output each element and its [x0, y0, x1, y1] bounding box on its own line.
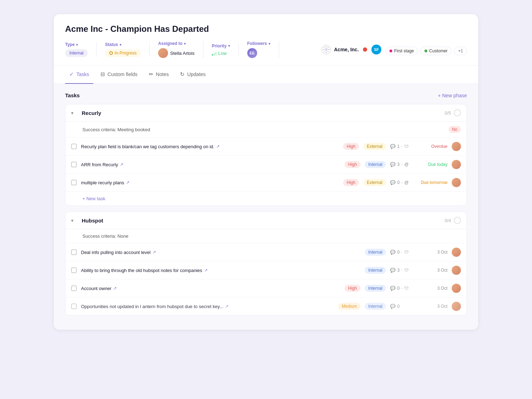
shield-icon-h2: 🛡	[404, 268, 409, 273]
task-due-h3: 3 Oct	[416, 286, 447, 291]
task-priority-badge-1: High	[343, 143, 359, 150]
task-avatar-h3	[452, 284, 461, 293]
shield-icon-h3: 🛡	[404, 286, 409, 291]
task-link-icon-1[interactable]: ↗	[216, 144, 220, 149]
task-meta-1: 💬 1 · 🛡	[390, 144, 411, 149]
priority-value: Low	[212, 51, 230, 56]
task-meta-h2: 💬 3 · 🛡	[390, 268, 411, 273]
type-value: Internal	[65, 49, 88, 57]
task-type-badge-h4: Internal	[365, 303, 386, 310]
comment-icon-h1: 💬	[390, 250, 395, 255]
tab-custom-fields[interactable]: ⊟ Custom fields	[96, 65, 142, 84]
hubspot-chevron-icon[interactable]: ▾	[71, 218, 78, 223]
task-checkbox-2[interactable]	[71, 162, 77, 167]
task-checkbox-3[interactable]	[71, 180, 77, 185]
hubspot-criteria-row: Success criteria: None	[65, 229, 467, 243]
task-name-h1: Deal info pulling into account level ↗	[81, 250, 340, 255]
phase-group-recurly: ▾ Recurly 0/5 Success criteria: Meeting …	[65, 104, 467, 206]
tasks-header: Tasks + New phase	[65, 92, 467, 98]
salesforce-icon: SF	[371, 45, 381, 54]
task-type-badge-2: Internal	[365, 161, 386, 168]
updates-tab-icon: ↻	[180, 71, 185, 77]
table-row: Account owner ↗ High Internal 💬 0 · 🛡 3 …	[65, 279, 467, 297]
more-badges-button[interactable]: +1	[454, 47, 467, 55]
new-task-button-recurly[interactable]: + New task	[65, 192, 467, 206]
comment-icon-h4: 💬	[390, 304, 395, 309]
tasks-tab-icon: ✓	[69, 71, 74, 77]
task-meta-h1: 💬 0 · 🛡	[390, 250, 411, 255]
customer-badge[interactable]: Customer	[421, 47, 451, 55]
priority-bars-icon	[212, 51, 216, 56]
svg-line-6	[328, 51, 329, 52]
table-row: multiple recurly plans ↗ High External 💬…	[65, 174, 467, 192]
status-value: In-Progress	[105, 49, 141, 57]
task-avatar-h2	[452, 266, 461, 275]
task-type-badge-3: External	[363, 179, 386, 186]
task-link-icon-h2[interactable]: ↗	[204, 268, 208, 273]
comment-icon-h3: 💬	[390, 286, 395, 291]
task-link-icon-h1[interactable]: ↗	[152, 250, 156, 255]
task-type-badge-h2: Internal	[365, 267, 386, 274]
task-meta-3: 💬 0 · @	[390, 180, 411, 185]
priority-meta: Priority ▾ Low	[212, 44, 239, 56]
task-name-h2: Ability to bring through the old hubspot…	[81, 268, 340, 273]
recurly-criteria-row: Success criteria: Meeting booked No	[65, 122, 467, 138]
status-label[interactable]: Status ▾	[105, 42, 141, 47]
header: Acme Inc - Champion Has Departed Type ▾ …	[54, 14, 478, 65]
svg-point-9	[325, 48, 328, 51]
comment-icon-2: 💬	[390, 162, 395, 167]
svg-line-7	[328, 47, 329, 48]
task-name-1: Recurly plan field is blank/can we tag c…	[81, 144, 339, 149]
task-priority-badge-2: High	[345, 161, 360, 168]
task-due-1: Overdue	[416, 144, 447, 149]
task-link-icon-h3[interactable]: ↗	[113, 286, 117, 291]
shield-icon-h1: 🛡	[404, 250, 409, 255]
task-name-2: ARR from Recurly ↗	[81, 162, 340, 167]
table-row: ARR from Recurly ↗ High Internal 💬 3 · @…	[65, 156, 467, 174]
task-checkbox-h3[interactable]	[71, 285, 77, 291]
task-name-3: multiple recurly plans ↗	[81, 180, 339, 185]
priority-display: Low	[212, 51, 227, 56]
hubspot-phase-name: Hubspot	[82, 218, 441, 224]
status-badge[interactable]: In-Progress	[105, 49, 141, 57]
type-badge[interactable]: Internal	[65, 49, 88, 57]
stage-badges: First stage Customer +1	[386, 47, 467, 55]
task-type-badge-1: External	[363, 143, 386, 150]
task-due-h4: 3 Oct	[416, 304, 447, 309]
task-due-3: Due tomorrow	[416, 180, 447, 185]
new-phase-button[interactable]: + New phase	[438, 93, 467, 98]
recurly-phase-name: Recurly	[82, 110, 441, 116]
task-type-badge-h3: Internal	[365, 285, 386, 292]
assigned-to-label[interactable]: Assigned to ▾	[158, 41, 195, 46]
task-priority-badge-3: High	[343, 179, 359, 186]
tab-tasks[interactable]: ✓ Tasks	[65, 65, 93, 84]
page-title: Acme Inc - Champion Has Departed	[65, 24, 467, 34]
task-checkbox-h1[interactable]	[71, 249, 77, 255]
type-meta: Type ▾ Internal	[65, 42, 97, 57]
tab-updates[interactable]: ↻ Updates	[176, 65, 210, 84]
task-link-icon-h4[interactable]: ↗	[225, 304, 229, 309]
task-checkbox-h4[interactable]	[71, 303, 77, 309]
recurly-phase-count: 0/5	[445, 109, 461, 116]
task-meta-h4: 💬 0	[390, 304, 411, 309]
phase-header-hubspot: ▾ Hubspot 0/4	[65, 212, 467, 229]
followers-label[interactable]: Followers ▾	[247, 41, 270, 46]
recurly-chevron-icon[interactable]: ▾	[71, 110, 78, 116]
task-link-icon-3[interactable]: ↗	[126, 180, 129, 185]
task-name-h3: Account owner ↗	[81, 286, 340, 291]
follower-avatar: EE	[247, 48, 257, 58]
comment-icon-3: 💬	[390, 180, 395, 185]
task-link-icon-2[interactable]: ↗	[120, 162, 123, 167]
customer-section: Acme, Inc. SF First stage Customer	[321, 44, 467, 55]
acme-icon	[321, 45, 331, 54]
tab-notes[interactable]: ✏ Notes	[145, 65, 173, 84]
task-checkbox-1[interactable]	[71, 144, 77, 149]
task-checkbox-h2[interactable]	[71, 267, 77, 273]
status-chevron-icon: ▾	[120, 43, 121, 47]
type-label[interactable]: Type ▾	[65, 42, 88, 47]
first-stage-badge[interactable]: First stage	[386, 47, 418, 55]
priority-label[interactable]: Priority ▾	[212, 44, 230, 48]
task-type-badge-h1: Internal	[365, 249, 386, 256]
hubspot-circle-icon	[454, 217, 461, 224]
task-name-h4: Opportunities not updated in l antern fr…	[81, 304, 334, 309]
